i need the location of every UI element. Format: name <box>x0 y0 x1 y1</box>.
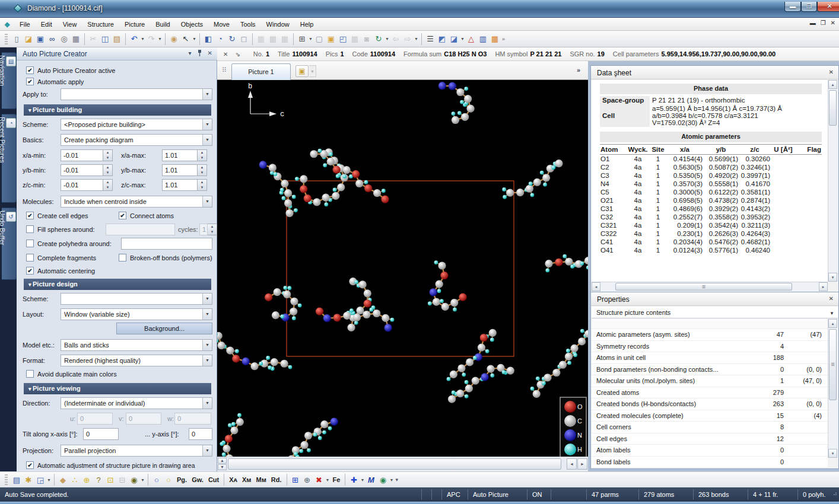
blank-picture-icon[interactable]: ▢ <box>313 33 325 45</box>
scroll-split-up-icon[interactable]: ▲ <box>218 458 227 464</box>
menu-move[interactable]: Move <box>208 19 235 30</box>
atom-row[interactable]: C24a10.5630(5)0.5087(2)0.3246(1) <box>600 163 822 171</box>
scroll-up-icon[interactable]: ▲ <box>828 80 837 89</box>
print-preview-icon[interactable]: ◎ <box>58 33 70 45</box>
section-picture-viewing[interactable]: Picture viewing <box>24 383 211 394</box>
hscroll-thumb[interactable]: ☰ <box>615 283 792 291</box>
checkbox-complete-fragments[interactable] <box>26 254 34 261</box>
vscroll-thumb[interactable] <box>829 90 837 126</box>
property-row[interactable]: Symmetry records4 <box>592 341 828 353</box>
scroll-left-icon[interactable]: ◄ <box>567 458 577 470</box>
chevron-down-icon[interactable]: ▼ <box>202 135 212 145</box>
colored-table-icon[interactable]: ▦ <box>489 33 501 45</box>
scroll-up-icon[interactable]: ▲ <box>828 319 837 328</box>
atom-row[interactable]: O414a10.0124(3)0.5776(1)0.46240 <box>600 246 822 254</box>
dock-tab-undo-buffer[interactable]: ↺Undo Buffer <box>2 208 17 280</box>
move-picture-icon[interactable]: ✚ <box>348 474 360 486</box>
chevron-down-icon[interactable]: ▼ <box>830 311 834 316</box>
table-bonds-icon[interactable]: ▦ <box>279 33 291 45</box>
data-sheet-vscrollbar[interactable]: ▲ ▼ <box>828 80 838 282</box>
background-button[interactable]: Background... <box>116 323 212 334</box>
connect-network-icon[interactable]: ⊡ <box>104 474 116 486</box>
yb-min-spinner[interactable]: ▲▼ <box>103 164 113 176</box>
data-sheet-hscrollbar[interactable]: ◄ ☰ ► <box>592 282 828 292</box>
direction-combo[interactable]: (Indeterminate or individual)▼ <box>61 397 212 409</box>
chevron-down-icon[interactable]: ▼ <box>202 340 212 350</box>
xa-min-field[interactable]: -0.01 <box>61 149 103 161</box>
select-arrow-dropdown-icon[interactable]: ▼ <box>192 33 197 45</box>
view-axes-icon[interactable]: ⊕ <box>301 474 313 486</box>
xa-max-spinner[interactable]: ▲▼ <box>198 149 207 161</box>
new-picture-dropdown-icon[interactable]: ▼ <box>309 65 316 77</box>
polyhedra-field[interactable] <box>121 238 212 250</box>
chevron-down-icon[interactable]: ▼ <box>202 309 212 320</box>
checkbox-apc-active[interactable]: ✔ <box>26 66 34 74</box>
property-row[interactable]: Atomic parameters (asym. sites)47(47) <box>592 329 828 341</box>
xa-min-spinner[interactable]: ▲▼ <box>103 149 113 161</box>
atom-row[interactable]: C3214a10.209(1)0.3542(4)0.3211(3) <box>600 221 822 229</box>
chevron-down-icon[interactable]: ▼ <box>614 74 618 78</box>
property-row[interactable]: Atoms in unit cell188 <box>592 352 828 364</box>
fe-atom-button[interactable]: Fe <box>330 476 343 483</box>
column-header[interactable]: Site <box>650 145 666 155</box>
canvas-hscroll-thumb[interactable] <box>228 458 561 470</box>
atom-query-icon[interactable]: ? <box>93 474 104 486</box>
chevron-down-icon[interactable]: ▼ <box>202 398 212 409</box>
picture-locked-icon[interactable]: ◙ <box>361 33 373 45</box>
zc-min-field[interactable]: -0.01 <box>61 179 103 191</box>
zc-min-spinner[interactable]: ▲▼ <box>103 179 113 191</box>
scheme-combo[interactable]: <Proposed picture building>▼ <box>61 119 212 130</box>
column-header[interactable]: U [Å²] <box>771 145 796 155</box>
new-document-icon[interactable]: ▯ <box>11 33 23 45</box>
molecules-combo[interactable]: Include when centroid inside▼ <box>61 196 212 208</box>
checkbox-auto-adjust[interactable]: ✔ <box>26 461 34 469</box>
scroll-down-icon[interactable]: ▼ <box>828 449 837 458</box>
add-atom-icon[interactable]: ⊕ <box>81 474 93 486</box>
measure-m-icon[interactable]: M <box>365 474 377 486</box>
destroy-icon[interactable]: ✖ <box>313 474 325 486</box>
cycles-field[interactable]: 1 <box>199 224 208 235</box>
dock-tab-navigation[interactable]: ▤Navigation <box>2 52 17 109</box>
sphere-mode-icon[interactable]: ◉ <box>377 474 389 486</box>
coordination-sphere-dropdown-icon[interactable]: ▼ <box>140 474 145 486</box>
mdi-window-buttons[interactable]: ▬ ❐ ✕ <box>810 20 835 26</box>
distances-grid-dropdown-icon[interactable]: ▼ <box>308 33 313 45</box>
checkbox-connect-atoms[interactable]: ✔ <box>119 212 126 219</box>
scroll-left-icon[interactable]: ◄ <box>592 282 600 291</box>
property-row[interactable]: Created atoms279 <box>592 387 828 399</box>
structure-drawing-area[interactable]: bcOCNH <box>217 80 588 457</box>
section-picture-building[interactable]: Picture building <box>24 104 211 116</box>
column-header[interactable]: Flag <box>796 145 822 155</box>
new-picture-tab-button[interactable]: ▣ <box>295 65 309 77</box>
tilt-y-field[interactable]: 0 <box>189 428 212 440</box>
menu-structure[interactable]: Structure <box>82 19 119 30</box>
atom-row[interactable]: N44a10.3570(3)0.5558(1)0.41670 <box>600 180 822 188</box>
property-row[interactable]: Cell corners8 <box>592 422 828 433</box>
panel-menu-icon[interactable]: ▾ <box>189 50 192 58</box>
property-row[interactable]: Cell edges12 <box>592 433 828 445</box>
scroll-split-down-icon[interactable]: ▼ <box>218 464 227 470</box>
contrast-view-2-icon[interactable]: ◪ <box>448 33 460 45</box>
model-combo[interactable]: Balls and sticks▼ <box>61 339 212 351</box>
close-datasheet-icon[interactable]: ✕ <box>221 51 230 58</box>
pan-hand-icon[interactable]: ◉ <box>168 33 180 45</box>
prev-picture-icon[interactable]: ⇦ <box>390 33 402 45</box>
label-cut-button[interactable]: Cut <box>206 476 221 483</box>
navigation-window-icon[interactable]: ◧ <box>202 33 214 45</box>
column-header[interactable]: z/c <box>739 145 771 155</box>
yb-max-spinner[interactable]: ▲▼ <box>198 164 207 176</box>
pin-icon[interactable] <box>197 50 202 58</box>
panel-header[interactable]: Auto Picture Creator ▾ ✕ <box>17 47 217 60</box>
chevron-down-icon[interactable]: ▼ <box>202 294 212 304</box>
tab-grid-icon[interactable]: ⠿ <box>222 66 227 74</box>
column-header[interactable]: Atom <box>600 145 626 155</box>
properties-selector[interactable]: Structure picture contents ▼ <box>592 307 838 318</box>
menu-tools[interactable]: Tools <box>235 19 261 30</box>
new-picture-icon[interactable]: ▣ <box>325 33 337 45</box>
chevron-down-icon[interactable]: ▼ <box>202 89 212 100</box>
checkbox-avoid-duplicate-colors[interactable] <box>26 370 34 378</box>
export-picture-icon[interactable]: ◲ <box>34 474 46 486</box>
atom-row[interactable]: C314a10.4869(6)0.3929(2)0.4143(2) <box>600 205 822 213</box>
atomic-parameters-table[interactable]: AtomWyck.Sitex/ay/bz/cU [Å²]FlagO14a10.4… <box>600 144 822 254</box>
property-row[interactable]: Created molecules (complete)15(4) <box>592 410 828 422</box>
